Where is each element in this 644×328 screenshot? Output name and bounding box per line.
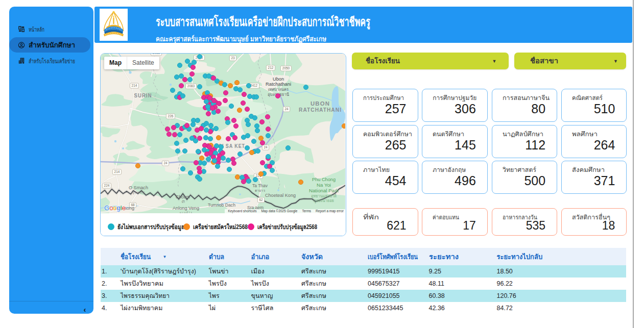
school-marker-p[interactable] [210,106,214,110]
sidebar-collapse-chevron-icon[interactable]: ‹ [84,306,86,313]
school-marker-p[interactable] [211,98,216,103]
school-marker-t[interactable] [196,149,200,154]
school-marker-t[interactable] [205,104,210,109]
school-marker-t[interactable] [251,139,256,143]
school-marker-p[interactable] [245,107,249,111]
school-marker-t[interactable] [246,122,250,127]
map-tab[interactable]: Map [104,57,127,69]
school-marker-p[interactable] [166,132,171,136]
school-marker-p[interactable] [197,136,202,140]
school-marker-t[interactable] [177,63,182,67]
school-marker-p[interactable] [190,65,195,69]
school-marker-o[interactable] [258,136,263,140]
school-marker-p[interactable] [217,101,221,106]
school-marker-p[interactable] [194,160,198,165]
school-marker-p[interactable] [259,119,264,124]
school-marker-t[interactable] [197,176,202,181]
table-row[interactable]: 3.ไพรธรรมคุณวิทยาไพรขุนหาญศรีสะเกษ045921… [101,290,627,302]
school-marker-t[interactable] [285,145,290,150]
school-marker-p[interactable] [172,132,177,137]
school-marker-t[interactable] [208,123,213,128]
school-marker-o[interactable] [258,171,263,176]
school-marker-p[interactable] [197,169,202,174]
school-marker-p[interactable] [241,179,246,184]
school-marker-t[interactable] [253,177,257,182]
school-marker-p[interactable] [184,123,189,128]
school-marker-p[interactable] [220,150,225,155]
school-marker-p[interactable] [189,71,194,76]
school-marker-t[interactable] [221,156,225,160]
satellite-tab[interactable]: Satellite [127,57,159,69]
school-marker-t[interactable] [214,143,219,148]
school-marker-t[interactable] [174,74,179,79]
school-marker-p[interactable] [241,100,245,105]
school-marker-t[interactable] [187,77,192,82]
scrollbar-track[interactable] [633,0,634,328]
school-marker-t[interactable] [195,118,200,122]
school-marker-t[interactable] [174,141,179,145]
sidebar-item-students[interactable]: สำหรับนักศึกษา [9,37,90,53]
school-marker-p[interactable] [231,118,236,122]
school-marker-t[interactable] [204,128,208,132]
school-marker-p[interactable] [182,77,187,82]
school-marker-t[interactable] [179,73,183,78]
school-marker-p[interactable] [275,93,280,98]
school-marker-p[interactable] [207,95,212,100]
school-marker-p[interactable] [223,98,227,103]
school-marker-t[interactable] [180,166,185,171]
school-marker-p[interactable] [265,114,270,119]
table-row[interactable]: 1.'บ้านกุดโง้ง(สิริราษฎร์บำรุง)โพนข่าเมื… [101,265,627,277]
school-marker-t[interactable] [225,120,230,124]
school-marker-p[interactable] [226,136,230,141]
school-marker-p[interactable] [231,161,236,165]
keyboard-shortcuts-link[interactable]: Keyboard shortcuts [228,209,256,213]
school-marker-p[interactable] [171,125,176,130]
school-marker-t[interactable] [183,138,188,142]
school-marker-t[interactable] [266,154,270,159]
school-marker-t[interactable] [266,133,270,138]
school-marker-o[interactable] [135,163,140,168]
google-logo[interactable]: Google [104,204,126,212]
school-marker-t[interactable] [212,158,217,163]
school-marker-p[interactable] [233,123,238,128]
school-marker-p[interactable] [179,83,183,88]
table-header-cell[interactable]: ชื่อโรงเรียน▼ [120,251,208,262]
school-marker-t[interactable] [185,59,189,63]
school-marker-p[interactable] [204,152,209,156]
branch-name-dropdown[interactable]: ชื่อสาขา ▼ [514,53,626,69]
school-marker-t[interactable] [180,93,185,98]
school-marker-o[interactable] [298,180,303,184]
school-marker-t[interactable] [192,60,196,64]
school-marker-t[interactable] [227,167,231,171]
school-marker-t[interactable] [219,144,223,149]
school-marker-p[interactable] [260,140,265,145]
google-map[interactable]: 2086208323214208321220502412242262424214… [101,54,345,213]
school-marker-p[interactable] [223,90,228,95]
school-marker-t[interactable] [213,126,218,131]
school-marker-p[interactable] [232,135,237,140]
school-marker-o[interactable] [235,174,240,179]
school-marker-t[interactable] [245,145,249,150]
table-row[interactable]: 2.ไพรบึงวิทยาคมไพรบึงไพรบึงศรีสะเกษ04567… [101,277,627,290]
school-marker-o[interactable] [249,150,254,155]
school-marker-t[interactable] [188,170,193,175]
school-marker-t[interactable] [254,123,259,128]
school-marker-t[interactable] [203,135,208,140]
school-marker-t[interactable] [170,88,175,92]
school-marker-t[interactable] [255,128,259,133]
school-marker-p[interactable] [195,128,199,132]
school-marker-t[interactable] [222,82,227,87]
school-marker-o[interactable] [199,156,204,160]
school-name-dropdown[interactable]: ชื่อโรงเรียน ▼ [352,53,509,69]
school-marker-t[interactable] [237,152,242,156]
school-marker-t[interactable] [226,158,230,162]
school-marker-t[interactable] [204,99,208,104]
school-marker-t[interactable] [270,168,274,172]
table-row[interactable]: 4.ไผ่งามพิทยาคมไผ่ราษีไศลศรีสะเกษ0651233… [101,302,627,314]
school-marker-t[interactable] [252,115,257,120]
school-marker-t[interactable] [237,87,242,92]
school-marker-t[interactable] [254,94,258,99]
school-marker-p[interactable] [206,111,210,116]
school-marker-t[interactable] [255,148,260,153]
school-marker-o[interactable] [342,123,345,128]
